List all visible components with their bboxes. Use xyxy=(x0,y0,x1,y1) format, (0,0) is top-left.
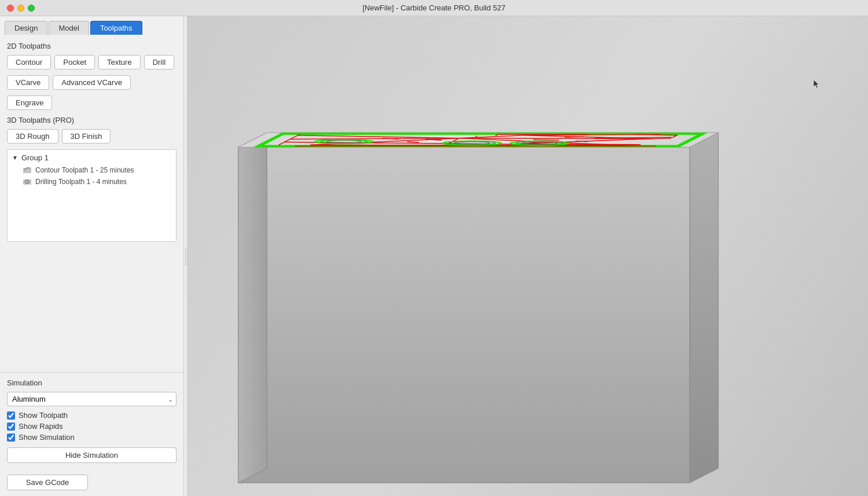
show-rapids-row: Show Rapids xyxy=(7,422,176,431)
tab-design[interactable]: Design xyxy=(5,21,47,35)
show-rapids-label: Show Rapids xyxy=(19,422,63,431)
show-simulation-row: Show Simulation xyxy=(7,433,176,442)
3d-toolpaths-label: 3D Toolpaths (PRO) xyxy=(7,116,176,124)
toolpath-item-1[interactable]: Drilling Toolpath 1 - 4 minutes xyxy=(12,176,171,188)
toolpath-icon-1 xyxy=(23,177,32,186)
show-simulation-checkbox[interactable] xyxy=(7,433,15,442)
pocket-button[interactable]: Pocket xyxy=(54,55,95,69)
minimize-button[interactable] xyxy=(17,5,24,12)
toolpath-icon-0 xyxy=(23,166,32,175)
toolpath-label-0: Contour Toolpath 1 - 25 minutes xyxy=(35,166,134,174)
show-toolpath-row: Show Toolpath xyxy=(7,411,176,420)
group-1-label: Group 1 xyxy=(21,153,49,162)
toolpath-list: ▼ Group 1 Contour Toolpath 1 - 25 minute… xyxy=(7,149,176,242)
save-gcode-button[interactable]: Save GCode xyxy=(7,475,88,490)
contour-button[interactable]: Contour xyxy=(7,55,51,69)
show-toolpath-label: Show Toolpath xyxy=(19,411,68,420)
show-toolpath-checkbox[interactable] xyxy=(7,412,15,420)
vcarve-button[interactable]: VCarve xyxy=(7,75,49,90)
show-rapids-checkbox[interactable] xyxy=(7,422,15,431)
engrave-buttons: Engrave xyxy=(7,95,176,110)
traffic-lights xyxy=(7,5,35,12)
hide-simulation-button[interactable]: Hide Simulation xyxy=(7,447,176,463)
material-dropdown-wrapper: Aluminum Wood Steel Brass ⌄ xyxy=(7,392,176,406)
tab-model[interactable]: Model xyxy=(49,21,89,35)
close-button[interactable] xyxy=(7,5,14,12)
sidebar-main-content: 2D Toolpaths Contour Pocket Texture Dril… xyxy=(0,35,183,372)
svg-rect-0 xyxy=(23,168,31,173)
tab-bar: Design Model Toolpaths xyxy=(0,16,183,35)
material-select[interactable]: Aluminum Wood Steel Brass xyxy=(7,392,176,406)
engrave-button[interactable]: Engrave xyxy=(7,95,52,110)
3d-toolpaths-buttons: 3D Rough 3D Finish xyxy=(7,129,176,144)
group-arrow-icon: ▼ xyxy=(12,155,18,161)
viewport[interactable] xyxy=(187,16,868,496)
scene-canvas xyxy=(187,16,868,496)
drill-button[interactable]: Drill xyxy=(144,55,174,69)
texture-button[interactable]: Texture xyxy=(98,55,141,69)
maximize-button[interactable] xyxy=(28,5,35,12)
toolpath-item-0[interactable]: Contour Toolpath 1 - 25 minutes xyxy=(12,164,171,176)
main-container: Design Model Toolpaths 2D Toolpaths Cont… xyxy=(0,16,868,496)
show-simulation-label: Show Simulation xyxy=(19,433,75,442)
simulation-label: Simulation xyxy=(7,379,176,387)
toolpath-label-1: Drilling Toolpath 1 - 4 minutes xyxy=(35,178,127,186)
window-title: [NewFile] - Carbide Create PRO, Build 52… xyxy=(362,3,505,12)
sidebar: Design Model Toolpaths 2D Toolpaths Cont… xyxy=(0,16,184,496)
2d-toolpaths-label: 2D Toolpaths xyxy=(7,42,176,50)
tab-toolpaths[interactable]: Toolpaths xyxy=(90,21,142,35)
3d-finish-button[interactable]: 3D Finish xyxy=(62,129,111,144)
sidebar-bottom: Simulation Aluminum Wood Steel Brass ⌄ S… xyxy=(0,372,183,496)
simulation-section: Simulation Aluminum Wood Steel Brass ⌄ S… xyxy=(0,373,183,469)
vcarve-buttons: VCarve Advanced VCarve xyxy=(7,75,176,90)
2d-toolpaths-buttons: Contour Pocket Texture Drill xyxy=(7,55,176,69)
3d-rough-button[interactable]: 3D Rough xyxy=(7,129,58,144)
title-bar: [NewFile] - Carbide Create PRO, Build 52… xyxy=(0,0,868,16)
advanced-vcarve-button[interactable]: Advanced VCarve xyxy=(53,75,131,90)
group-1-header[interactable]: ▼ Group 1 xyxy=(12,153,171,162)
